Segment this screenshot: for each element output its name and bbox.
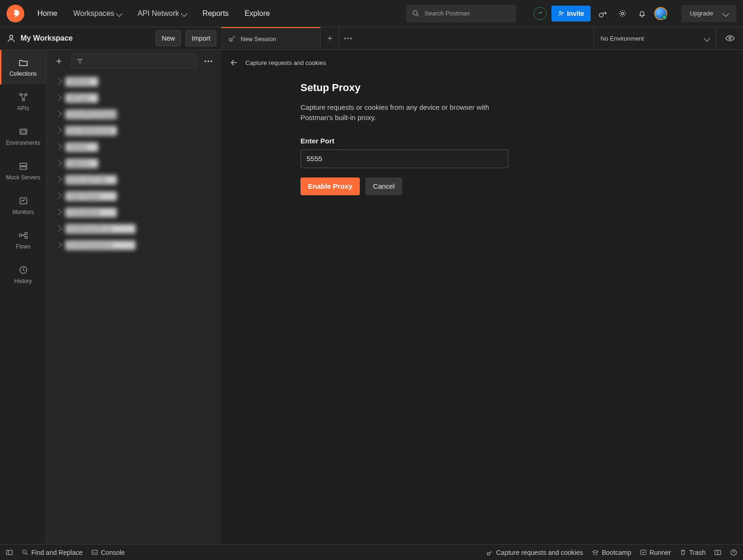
search-input[interactable]: Search Postman [406, 5, 516, 22]
collection-item[interactable]: IstIpson [47, 155, 221, 171]
person-icon [7, 34, 16, 43]
footer-help[interactable] [730, 549, 737, 556]
chevron-right-icon [56, 78, 61, 85]
svg-point-4 [622, 12, 624, 14]
tab-new-session[interactable]: New Session [221, 27, 321, 50]
tab-add-button[interactable] [321, 27, 339, 50]
svg-point-7 [729, 37, 731, 40]
rail-flows[interactable]: Flows [0, 223, 46, 257]
settings-icon[interactable] [615, 6, 630, 21]
upgrade-label: Upgrade [690, 10, 713, 17]
chevron-down-icon [704, 35, 710, 42]
nav-api-network[interactable]: API Network [132, 7, 192, 21]
nav-api-network-label: API Network [137, 9, 179, 18]
footer-trash[interactable]: Trash [679, 549, 706, 556]
footer-find-replace[interactable]: Find and Replace [21, 549, 83, 556]
svg-point-9 [25, 93, 27, 96]
back-button[interactable] [229, 55, 240, 70]
rail-history[interactable]: History [0, 257, 46, 292]
environment-selector[interactable]: No Environment [593, 27, 716, 50]
collections-panel: ••• VelModiSitFugaOmnoPloremQuasDui defi… [47, 50, 221, 544]
collection-item[interactable]: Dui definkansutr [47, 122, 221, 139]
plus-icon [55, 57, 63, 65]
collection-item[interactable]: Noafierpwcht xp [47, 220, 221, 237]
user-avatar[interactable] [654, 7, 667, 20]
notifications-icon[interactable] [635, 6, 650, 21]
collection-item[interactable]: SitFuga [47, 90, 221, 106]
workspace-name: My Workspace [21, 34, 73, 43]
help-icon [730, 549, 737, 556]
collections-filter[interactable] [71, 54, 197, 69]
environment-quicklook[interactable] [716, 27, 743, 50]
svg-point-10 [22, 99, 24, 101]
chevron-right-icon [56, 241, 61, 248]
new-button[interactable]: New [156, 30, 181, 46]
nav-reports[interactable]: Reports [197, 7, 234, 21]
chevron-right-icon [56, 127, 61, 134]
environment-label: No Environment [600, 35, 644, 42]
rail-monitors[interactable]: Monitors [0, 188, 46, 223]
chevron-right-icon [56, 94, 61, 101]
collection-item[interactable]: RemLaciTt laf [47, 171, 221, 188]
content-area: Capture requests and cookies Setup Proxy… [221, 50, 743, 544]
svg-line-1 [417, 14, 419, 16]
enable-proxy-button[interactable]: Enable Proxy [300, 177, 360, 195]
nav-explore[interactable]: Explore [239, 7, 275, 21]
rail-mock-servers[interactable]: Mock Servers [0, 154, 46, 188]
flows-icon [18, 230, 29, 241]
svg-point-6 [229, 38, 232, 41]
rail-apis[interactable]: APIs [0, 85, 46, 119]
chevron-right-icon [56, 192, 61, 199]
invite-button[interactable]: Invite [551, 6, 591, 21]
footer-runner[interactable]: Runner [640, 549, 671, 556]
breadcrumb-label: Capture requests and cookies [245, 59, 326, 66]
chevron-right-icon [56, 176, 61, 183]
arrow-left-icon [229, 58, 239, 67]
sync-status-icon[interactable] [534, 7, 547, 20]
collection-item[interactable]: Volly Ruase [47, 188, 221, 204]
more-icon: ••• [204, 58, 214, 65]
collection-name: VelModi [65, 77, 98, 86]
footer-bootcamp[interactable]: Bootcamp [592, 549, 631, 556]
nav-workspaces[interactable]: Workspaces [68, 7, 128, 21]
collection-item[interactable]: Vuifacigmat [47, 204, 221, 220]
collection-name: InoHerytoasiluut [65, 241, 136, 250]
footer-capture[interactable]: Capture requests and cookies [486, 549, 583, 556]
rail-collections[interactable]: Collections [0, 50, 46, 85]
footer-two-pane[interactable] [714, 549, 722, 556]
collection-item[interactable]: VelModi [47, 73, 221, 90]
more-icon: ••• [344, 35, 353, 42]
layout-icon [714, 549, 722, 556]
panel-description: Capture requests or cookies from any dev… [300, 102, 508, 123]
footer-toggle-sidebar[interactable] [6, 549, 13, 556]
workspace-bar: My Workspace New Import [0, 27, 221, 50]
import-button[interactable]: Import [186, 30, 216, 46]
app-logo[interactable] [7, 5, 24, 22]
upgrade-button[interactable]: Upgrade [681, 5, 736, 22]
invite-label: Invite [567, 10, 585, 17]
workspace-tab-row: My Workspace New Import New Session ••• … [0, 27, 743, 50]
play-icon [640, 549, 647, 556]
collection-name: RemLaciTt laf [65, 175, 117, 184]
collection-name: Noafierpwcht xp [65, 224, 136, 234]
search-icon [412, 9, 420, 18]
collection-item[interactable]: OmnoPloremQuas [47, 106, 221, 122]
collection-item[interactable]: VelitAb [47, 139, 221, 155]
capture-header-icon[interactable] [595, 6, 610, 21]
breadcrumb: Capture requests and cookies [221, 50, 743, 75]
filter-icon [76, 57, 84, 65]
person-add-icon [558, 10, 564, 17]
setup-proxy-panel: Setup Proxy Capture requests or cookies … [221, 75, 520, 195]
port-input[interactable] [300, 149, 508, 168]
cancel-button[interactable]: Cancel [365, 177, 402, 195]
main-area: Collections APIs Environments Mock Serve… [0, 50, 743, 544]
workspace-title[interactable]: My Workspace [7, 34, 151, 43]
chevron-down-icon [722, 10, 729, 16]
rail-environments[interactable]: Environments [0, 119, 46, 154]
collection-item[interactable]: InoHerytoasiluut [47, 237, 221, 253]
tab-more-button[interactable]: ••• [339, 27, 358, 50]
new-collection-button[interactable] [51, 54, 66, 69]
footer-console[interactable]: Console [91, 549, 125, 556]
nav-home[interactable]: Home [32, 7, 63, 21]
collections-more-button[interactable]: ••• [201, 54, 216, 69]
